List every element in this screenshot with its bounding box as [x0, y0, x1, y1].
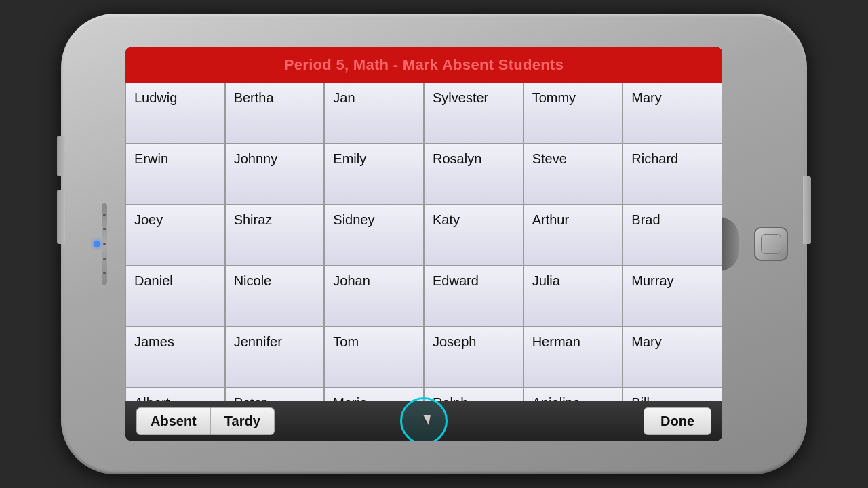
phone-shell: Period 5, Math - Mark Absent Students Lu…: [61, 14, 807, 474]
cursor-indicator: [400, 397, 448, 441]
student-button[interactable]: Jennifer: [225, 327, 325, 388]
student-button[interactable]: Erwin: [125, 144, 225, 205]
student-button[interactable]: Ludwig: [125, 83, 225, 144]
student-button[interactable]: Jan: [324, 83, 424, 144]
student-grid: LudwigBerthaJanSylvesterTommyMaryErwinJo…: [125, 83, 722, 401]
student-button[interactable]: Rosalyn: [424, 144, 524, 205]
app-header: Period 5, Math - Mark Absent Students: [125, 47, 722, 83]
student-button[interactable]: Johan: [324, 266, 424, 327]
student-button[interactable]: Albert: [125, 388, 225, 401]
student-button[interactable]: Steve: [524, 144, 623, 205]
student-button[interactable]: Bertha: [225, 83, 325, 144]
tardy-button[interactable]: Tardy: [211, 407, 275, 435]
cursor-arrow-icon: [422, 416, 431, 428]
student-button[interactable]: Brad: [623, 205, 722, 266]
student-button[interactable]: Mary: [623, 83, 722, 144]
student-button[interactable]: Tom: [324, 327, 424, 388]
student-button[interactable]: Sylvester: [424, 83, 524, 144]
home-button-inner: [761, 234, 781, 254]
student-button[interactable]: Shiraz: [225, 205, 325, 266]
student-button[interactable]: James: [125, 327, 225, 388]
student-button[interactable]: Anjelina: [524, 388, 623, 401]
student-button[interactable]: Daniel: [125, 266, 225, 327]
student-button[interactable]: Emily: [324, 144, 424, 205]
student-button[interactable]: Richard: [623, 144, 722, 205]
student-grid-wrapper: LudwigBerthaJanSylvesterTommyMaryErwinJo…: [125, 83, 722, 401]
done-button[interactable]: Done: [644, 407, 711, 435]
student-button[interactable]: Joey: [125, 205, 225, 266]
absent-button[interactable]: Absent: [136, 407, 211, 435]
bottom-toolbar: Absent Tardy Done: [125, 401, 722, 441]
student-button[interactable]: Ralph: [424, 388, 524, 401]
student-button[interactable]: Sidney: [324, 205, 424, 266]
student-button[interactable]: Joseph: [424, 327, 524, 388]
device-screen: Period 5, Math - Mark Absent Students Lu…: [125, 47, 722, 441]
volume-up-button[interactable]: [57, 136, 65, 176]
volume-down-button[interactable]: [57, 190, 65, 244]
student-button[interactable]: Marie: [324, 388, 424, 401]
student-button[interactable]: Johnny: [225, 144, 325, 205]
home-button[interactable]: [754, 227, 788, 261]
student-button[interactable]: Peter: [225, 388, 325, 401]
student-button[interactable]: Arthur: [524, 205, 623, 266]
led-indicator: [94, 241, 100, 247]
speaker-grille: [102, 203, 107, 285]
student-button[interactable]: Nicole: [225, 266, 325, 327]
student-button[interactable]: Julia: [524, 266, 623, 327]
student-button[interactable]: Bill: [623, 388, 722, 401]
student-button[interactable]: Tommy: [524, 83, 623, 144]
student-button[interactable]: Katy: [424, 205, 524, 266]
power-button[interactable]: [803, 176, 811, 244]
header-title: Period 5, Math - Mark Absent Students: [284, 56, 564, 74]
student-button[interactable]: Edward: [424, 266, 524, 327]
student-button[interactable]: Mary: [623, 327, 722, 388]
student-button[interactable]: Murray: [623, 266, 722, 327]
student-button[interactable]: Herman: [524, 327, 623, 388]
